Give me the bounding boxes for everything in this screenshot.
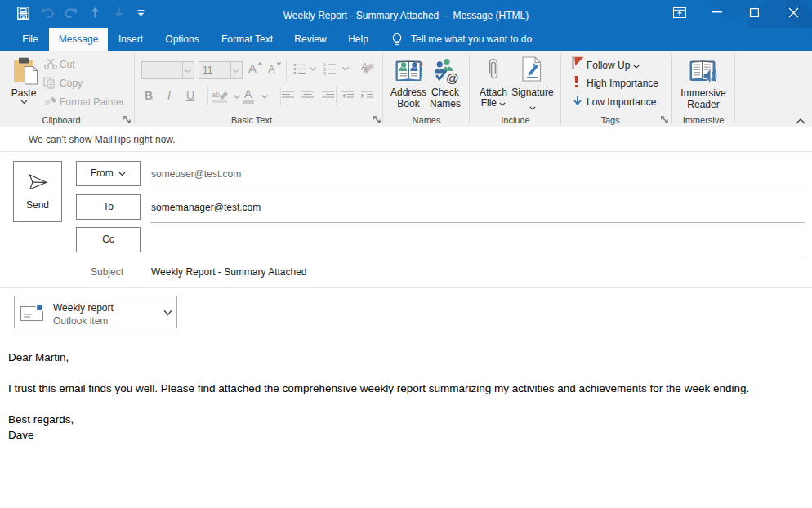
- svg-text:3: 3: [323, 71, 326, 76]
- svg-text:ab: ab: [212, 91, 220, 99]
- svg-text:@: @: [446, 71, 459, 84]
